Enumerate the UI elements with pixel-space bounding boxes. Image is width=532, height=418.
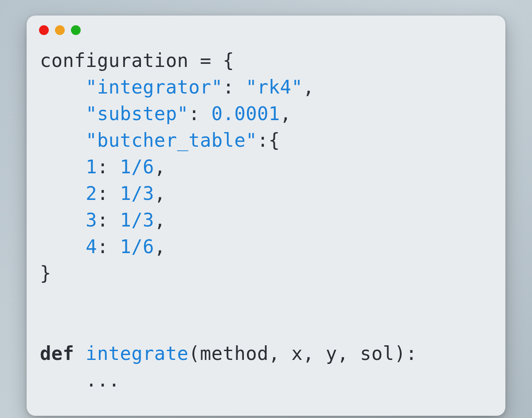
code-line-8: 4: 1/6, [40,234,492,260]
ellipsis: ... [86,369,120,391]
function-params: method, x, y, sol [200,343,394,364]
code-line-4: "butcher_table":{ [40,127,492,154]
dict-value: "rk4" [246,76,303,98]
paren-close-colon: ): [394,343,417,364]
table-value: 1/3 [120,209,154,231]
code-line-6: 2: 1/3, [40,180,492,207]
code-line-7: 3: 1/3, [40,207,492,234]
code-line-2: "integrator": "rk4", [40,74,492,101]
code-line-9: } [40,260,492,287]
comma: , [303,76,314,98]
variable-name: configuration [40,50,188,71]
code-line-def: def integrate(method, x, y, sol): [40,340,492,367]
code-blank-line [40,287,492,313]
colon: : [97,156,109,178]
comma: , [154,183,166,204]
comma: , [154,236,166,258]
table-key: 4 [86,236,97,258]
code-line-3: "substep": 0.0001, [40,101,492,127]
code-line-1: configuration = { [40,47,492,74]
dict-key: "butcher_table" [86,129,257,151]
comma: , [280,103,292,125]
comma: , [154,156,166,178]
assign-op: = { [188,50,234,71]
code-line-5: 1: 1/6, [40,154,492,180]
code-blank-line [40,313,492,340]
def-keyword: def [40,343,74,364]
table-key: 3 [86,209,97,231]
table-key: 2 [86,183,97,204]
zoom-icon[interactable] [71,25,81,35]
paren-open: ( [188,343,200,364]
dict-value: 0.0001 [211,103,280,125]
dict-key: "substep" [86,103,188,125]
window-titlebar [27,16,505,39]
table-key: 1 [86,156,97,178]
brace-open: { [269,129,280,151]
colon: : [223,76,235,98]
function-name: integrate [86,343,188,364]
colon: : [97,236,109,258]
colon: : [97,209,109,231]
comma: , [154,209,166,231]
table-value: 1/3 [120,183,154,204]
minimize-icon[interactable] [55,25,65,35]
brace-close: } [40,262,51,284]
table-value: 1/6 [120,236,154,258]
colon: : [257,129,269,151]
code-line-body: ... [40,367,492,394]
colon: : [97,183,109,204]
table-value: 1/6 [120,156,154,178]
colon: : [188,103,200,125]
close-icon[interactable] [39,25,49,35]
code-editor[interactable]: configuration = { "integrator": "rk4", "… [27,39,505,416]
dict-key: "integrator" [86,76,223,98]
editor-window: configuration = { "integrator": "rk4", "… [27,16,505,416]
